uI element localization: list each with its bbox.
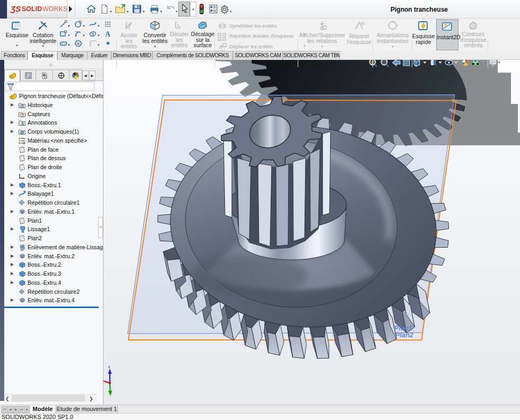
svg-text:WORKS: WORKS — [42, 5, 67, 13]
svg-text:z: z — [108, 364, 110, 369]
svg-text:A: A — [105, 30, 111, 38]
svg-text:Plan2: Plan2 — [395, 331, 413, 339]
svg-text:SOLID: SOLID — [22, 5, 42, 13]
svg-text:ƷS: ƷS — [10, 4, 21, 13]
svg-text:Plan1: Plan1 — [394, 325, 412, 332]
svg-text:A: A — [21, 121, 24, 126]
